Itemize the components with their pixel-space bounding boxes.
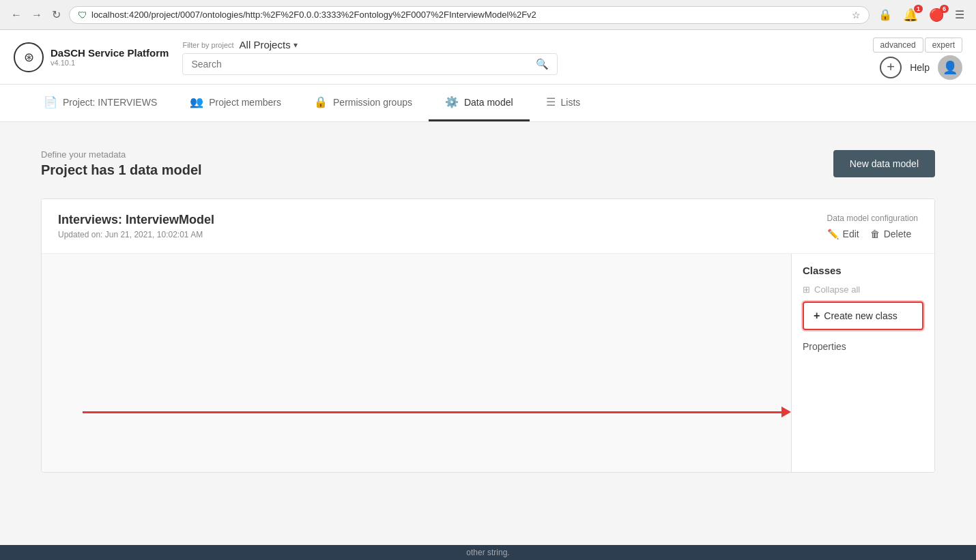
app-name: DaSCH Service Platform [51,47,169,59]
data-model-info: Interviews: InterviewModel Updated on: J… [58,213,214,239]
browser-chrome: ← → ↻ 🛡 localhost:4200/project/0007/onto… [0,0,976,30]
filter-label: Filter by project [182,41,233,49]
nav-tabs: 📄 Project: INTERVIEWS 👥 Project members … [0,85,976,122]
search-icon: 🔍 [536,58,549,70]
metadata-section: Define your metadata Project has 1 data … [41,149,935,178]
notification-badge: 1 [914,5,923,13]
trash-icon: 🗑 [870,229,880,239]
reload-button[interactable]: ↻ [49,7,63,23]
create-new-class-button[interactable]: + Create new class [803,301,923,330]
permissions-tab-icon: 🔒 [314,95,328,108]
data-model-body: Classes ⊞ Collapse all + Create new clas… [42,254,934,472]
header-center: Filter by project All Projects ▾ 🔍 [182,39,859,75]
browser-nav-buttons: ← → ↻ [8,7,63,23]
delete-label: Delete [884,229,911,239]
forward-button[interactable]: → [29,8,45,23]
header-right: + Help 👤 [880,55,962,80]
collapse-all-button[interactable]: ⊞ Collapse all [803,284,860,295]
metadata-text: Define your metadata Project has 1 data … [41,149,202,178]
collapse-icon: ⊞ [803,284,810,295]
profile-action-button[interactable]: 🔒 [875,7,895,23]
data-model-tab-icon: ⚙️ [445,95,459,108]
alerts-button[interactable]: 🔴 6 [925,6,947,24]
logo-area: ⊛ DaSCH Service Platform v4.10.1 [14,42,169,72]
data-model-header: Interviews: InterviewModel Updated on: J… [42,199,934,254]
data-model-actions: ✏️ Edit 🗑 Delete [827,229,918,239]
bookmark-button[interactable]: ☆ [852,10,861,20]
help-button[interactable]: Help [910,62,930,73]
main-content: Define your metadata Project has 1 data … [0,122,976,500]
data-model-config-area: Data model configuration ✏️ Edit 🗑 Delet… [827,213,918,239]
tab-lists-label: Lists [561,97,581,108]
properties-label: Properties [803,341,923,352]
back-button[interactable]: ← [8,8,25,23]
tab-data-model-label: Data model [464,97,513,108]
menu-button[interactable]: ☰ [951,7,968,23]
arrow-line [83,411,781,413]
edit-button[interactable]: ✏️ Edit [827,229,859,239]
data-model-sidebar: Classes ⊞ Collapse all + Create new clas… [791,254,934,472]
plus-icon: + [814,310,820,322]
tab-permissions-label: Permission groups [333,97,412,108]
data-model-updated: Updated on: Jun 21, 2021, 10:02:01 AM [58,230,214,239]
logo-text: DaSCH Service Platform v4.10.1 [51,47,169,67]
tab-lists[interactable]: ☰ Lists [530,85,597,121]
browser-actions: 🔒 🔔 1 🔴 6 ☰ [875,6,968,24]
data-model-section: Interviews: InterviewModel Updated on: J… [41,198,935,473]
address-bar[interactable]: 🛡 localhost:4200/project/0007/ontologies… [69,6,870,24]
filter-value: All Projects [240,39,291,50]
security-icon: 🛡 [78,10,87,20]
tab-members-label: Project members [209,97,281,108]
arrow-annotation [42,407,791,417]
search-input[interactable] [191,59,530,70]
data-model-canvas [42,254,791,472]
add-button[interactable]: + [880,57,902,78]
metadata-header: Define your metadata Project has 1 data … [41,149,935,178]
data-model-name: Interviews: InterviewModel [58,213,214,227]
create-class-label: Create new class [824,310,897,321]
alert-badge: 6 [940,5,949,13]
app-version: v4.10.1 [51,59,169,67]
tab-permissions[interactable]: 🔒 Permission groups [298,85,429,121]
app-header: ⊛ DaSCH Service Platform v4.10.1 Filter … [0,30,976,85]
delete-button[interactable]: 🗑 Delete [870,229,911,239]
tab-project[interactable]: 📄 Project: INTERVIEWS [27,85,173,121]
tab-data-model[interactable]: ⚙️ Data model [429,85,530,121]
collapse-all-label: Collapse all [814,284,860,295]
classes-section-title: Classes [803,265,923,276]
chevron-down-icon: ▾ [293,40,298,50]
expert-tab[interactable]: expert [925,38,962,53]
members-tab-icon: 👥 [190,95,203,108]
notifications-button[interactable]: 🔔 1 [900,6,921,24]
config-label: Data model configuration [827,213,918,223]
logo-symbol: ⊛ [24,50,34,65]
edit-label: Edit [843,229,859,239]
header-right-area: advanced expert + Help 👤 [873,35,962,80]
url-text: localhost:4200/project/0007/ontologies/h… [91,10,848,20]
arrow-head [781,407,791,417]
metadata-title: Project has 1 data model [41,162,202,178]
avatar[interactable]: 👤 [938,55,962,80]
pencil-icon: ✏️ [827,229,839,239]
search-bar[interactable]: 🔍 [182,53,558,75]
tab-project-label: Project: INTERVIEWS [63,97,157,108]
filter-row: Filter by project All Projects ▾ [182,39,859,50]
logo-icon: ⊛ [14,42,44,72]
lists-tab-icon: ☰ [546,95,556,108]
metadata-subtitle: Define your metadata [41,149,202,160]
advanced-tab[interactable]: advanced [873,38,923,53]
project-filter-select[interactable]: All Projects ▾ [240,39,298,50]
tab-members[interactable]: 👥 Project members [173,85,298,121]
mode-tabs: advanced expert [873,38,962,53]
new-data-model-button[interactable]: New data model [833,150,935,177]
project-tab-icon: 📄 [44,95,57,108]
